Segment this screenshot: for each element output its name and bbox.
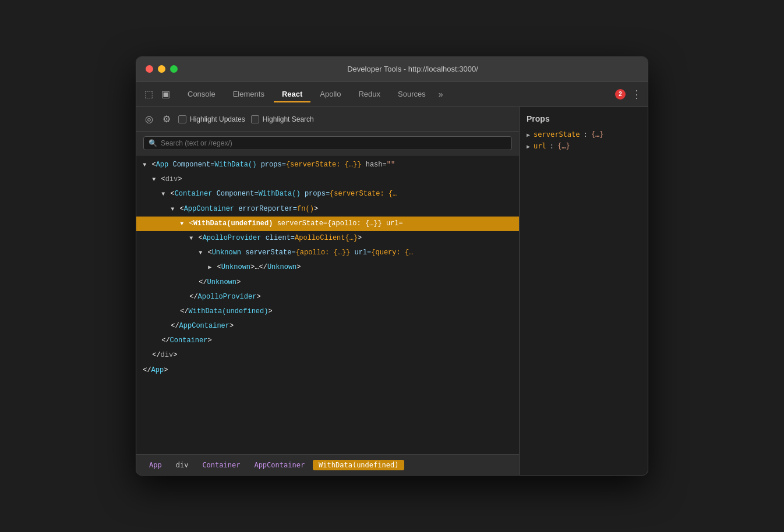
breadcrumb-withdata[interactable]: WithData(undefined) <box>313 460 404 470</box>
error-indicator: 2 <box>615 89 626 100</box>
tab-menu-icon[interactable]: ⋮ <box>631 88 642 101</box>
close-button[interactable] <box>146 65 153 73</box>
tab-react[interactable]: React <box>274 86 310 102</box>
tree-row-close-unknown: </Unknown> <box>136 275 519 290</box>
tree-row-close-container: </Container> <box>136 334 519 348</box>
more-tabs-icon[interactable]: » <box>435 87 447 101</box>
tree-row-app[interactable]: ▼ <App Component=WithData() props={serve… <box>136 158 519 172</box>
error-badge: 2 <box>615 89 626 100</box>
highlight-updates-box[interactable] <box>178 115 186 123</box>
tree-row-div[interactable]: ▼ <div> <box>136 172 519 187</box>
tree-row-close-div: </div> <box>136 348 519 363</box>
right-panel: Props ▶ serverState : {…} ▶ url : {…} <box>520 107 648 475</box>
tree-arrow: ▼ <box>180 221 183 227</box>
tab-icon-group: ⬚ ▣ <box>142 86 172 102</box>
tree-arrow: ▼ <box>189 235 193 242</box>
prop-row-serverstate: ▶ serverState : {…} <box>527 130 641 139</box>
highlight-search-label: Highlight Search <box>263 115 314 123</box>
window-controls <box>146 65 178 73</box>
target-icon[interactable]: ◎ <box>143 112 155 126</box>
highlight-search-checkbox[interactable]: Highlight Search <box>251 115 314 123</box>
tree-row-withdata[interactable]: ▼ <WithData(undefined) serverState={apol… <box>136 217 519 231</box>
breadcrumb-bar: App div Container AppContainer WithData(… <box>136 454 519 475</box>
prop-key-serverstate: serverState <box>534 130 580 139</box>
prop-row-url: ▶ url : {…} <box>527 142 641 150</box>
settings-icon[interactable]: ⚙ <box>161 112 172 126</box>
prop-val-serverstate: {…} <box>591 130 604 139</box>
tree-arrow: ▼ <box>161 191 165 197</box>
tree-row-unknown1[interactable]: ▼ <Unknown serverState={apollo: {…}} url… <box>136 246 519 260</box>
breadcrumb-app[interactable]: App <box>143 460 168 470</box>
tree-row-apolloprovider[interactable]: ▼ <ApolloProvider client=ApolloClient{…}… <box>136 231 519 246</box>
tree-arrow: ▼ <box>152 176 156 183</box>
breadcrumb-appcontainer[interactable]: AppContainer <box>248 460 310 470</box>
tab-sources[interactable]: Sources <box>390 86 434 102</box>
toolbar: ◎ ⚙ Highlight Updates Highlight Search <box>136 107 519 132</box>
tree-arrow: ▼ <box>199 250 202 256</box>
search-bar: 🔍 <box>136 132 519 155</box>
tree-row-unknown2[interactable]: ▶ <Unknown>…</Unknown> <box>136 260 519 275</box>
component-tree[interactable]: ▼ <App Component=WithData() props={serve… <box>136 155 519 454</box>
highlight-updates-label: Highlight Updates <box>190 115 245 123</box>
tree-row-close-app: </App> <box>136 363 519 378</box>
tab-elements[interactable]: Elements <box>225 86 273 102</box>
tab-redux[interactable]: Redux <box>350 86 389 102</box>
tree-row-close-appcontainer: </AppContainer> <box>136 319 519 334</box>
props-title: Props <box>527 114 641 123</box>
minimize-button[interactable] <box>158 65 165 73</box>
search-input[interactable] <box>161 139 507 147</box>
tree-arrow: ▼ <box>143 162 146 168</box>
tree-row-appcontainer[interactable]: ▼ <AppContainer errorReporter=fn()> <box>136 202 519 217</box>
tab-apollo[interactable]: Apollo <box>312 86 349 102</box>
title-bar: Developer Tools - http://localhost:3000/ <box>136 57 648 81</box>
tree-row-container[interactable]: ▼ <Container Component=WithData() props=… <box>136 187 519 201</box>
tab-bar: ⬚ ▣ Console Elements React Apollo Redux … <box>136 81 648 107</box>
prop-arrow-url[interactable]: ▶ <box>527 143 530 150</box>
main-content: ◎ ⚙ Highlight Updates Highlight Search 🔍 <box>136 107 648 475</box>
maximize-button[interactable] <box>170 65 178 73</box>
breadcrumb-div[interactable]: div <box>170 460 195 470</box>
tree-arrow: ▶ <box>208 264 211 271</box>
left-panel: ◎ ⚙ Highlight Updates Highlight Search 🔍 <box>136 107 520 475</box>
tree-row-close-apollo: </ApolloProvider> <box>136 290 519 304</box>
layout-icon[interactable]: ▣ <box>159 86 172 102</box>
search-icon: 🔍 <box>149 139 157 147</box>
highlight-updates-checkbox[interactable]: Highlight Updates <box>178 115 245 123</box>
tree-row-close-withdata: </WithData(undefined)> <box>136 304 519 319</box>
prop-key-url: url <box>534 142 546 150</box>
devtools-window: Developer Tools - http://localhost:3000/… <box>136 56 648 476</box>
highlight-search-box[interactable] <box>251 115 259 123</box>
cursor-icon[interactable]: ⬚ <box>142 86 156 102</box>
tab-console[interactable]: Console <box>179 86 224 102</box>
tree-arrow: ▼ <box>171 206 174 212</box>
prop-arrow-serverstate[interactable]: ▶ <box>527 132 530 138</box>
prop-val-url: {…} <box>557 142 570 150</box>
breadcrumb-container[interactable]: Container <box>196 460 246 470</box>
window-title: Developer Tools - http://localhost:3000/ <box>187 65 638 73</box>
search-input-wrapper: 🔍 <box>143 136 512 150</box>
